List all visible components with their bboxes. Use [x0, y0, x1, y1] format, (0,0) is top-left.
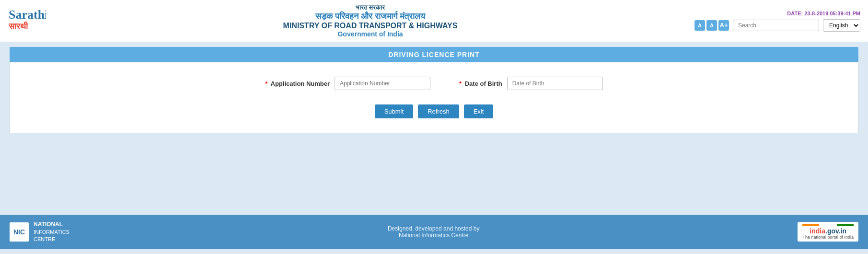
header-center: भारत सरकार सड़क परिवहन और राजमार्ग मंत्र… — [46, 4, 694, 38]
nic-logo-area: NIC NATIONAL INFORMATICS CENTRE — [10, 220, 69, 243]
sarathi-logo: Sarathi सारथी — [8, 7, 46, 35]
bharat-sarkar: भारत सरकार — [46, 4, 694, 12]
logo-area: Sarathi सारथी — [8, 7, 46, 35]
ministry-hindi: सड़क परिवहन और राजमार्ग मंत्रालय — [46, 12, 694, 22]
date-of-birth-group: * Date of Birth — [459, 77, 603, 90]
exit-button[interactable]: Exit — [464, 104, 494, 118]
page-title-bar: DRIVING LICENCE PRINT — [10, 47, 858, 62]
date-of-birth-label: * Date of Birth — [459, 80, 502, 87]
logo-title: Sarathi सारथी — [8, 22, 46, 37]
ministry-english: MINISTRY OF ROAD TRANSPORT & HIGHWAYS — [46, 22, 694, 30]
nic-line2: INFORMATICS — [34, 229, 69, 236]
site-footer: NIC NATIONAL INFORMATICS CENTRE Designed… — [0, 215, 868, 249]
language-select[interactable]: English — [823, 19, 860, 32]
designed-text: Designed, developed and hosted by — [388, 225, 479, 232]
font-large-button[interactable]: A+ — [718, 20, 729, 31]
outer-wrapper: DRIVING LICENCE PRINT * Application Numb… — [0, 42, 868, 205]
india-gov-sub: The national portal of India — [802, 235, 854, 240]
submit-button[interactable]: Submit — [375, 104, 413, 118]
nic-line3: CENTRE — [34, 236, 69, 243]
header-right: DATE: 23-8-2019 05:39:41 PM A A A+ Engli… — [694, 11, 860, 32]
flag-strip — [802, 224, 854, 226]
header-controls: A A A+ English — [694, 19, 860, 32]
application-number-group: * Application Number — [265, 77, 430, 90]
india-gov-badge: india.gov.in The national portal of Indi… — [798, 222, 858, 242]
nic-line1: NATIONAL — [34, 220, 69, 229]
button-row: Submit Refresh Exit — [20, 104, 848, 118]
date-display: DATE: 23-8-2019 05:39:41 PM — [787, 11, 860, 16]
required-star-1: * — [265, 80, 267, 87]
india-gov-area: india.gov.in The national portal of Indi… — [798, 222, 858, 242]
svg-text:Sarathi: Sarathi — [9, 8, 46, 22]
date-value: 23-8-2019 05:39:41 PM — [804, 11, 860, 16]
nic-logo-box: NIC — [10, 222, 29, 242]
font-medium-button[interactable]: A — [706, 20, 717, 31]
nic-credit: National Informatics Centre — [388, 232, 479, 239]
flag-orange — [802, 224, 819, 226]
font-small-button[interactable]: A — [694, 20, 705, 31]
india-gov-text: india.gov.in — [810, 227, 846, 235]
site-header: Sarathi सारथी भारत सरकार सड़क परिवहन और … — [0, 0, 868, 42]
font-size-controls: A A A+ — [694, 20, 729, 31]
page-title: DRIVING LICENCE PRINT — [388, 51, 480, 58]
application-number-label: * Application Number — [265, 80, 330, 87]
application-number-input[interactable] — [335, 77, 430, 90]
nic-text: NATIONAL INFORMATICS CENTRE — [34, 220, 69, 243]
refresh-button[interactable]: Refresh — [418, 104, 459, 118]
flag-green — [837, 224, 854, 226]
date-label: DATE: — [787, 11, 803, 16]
svg-text:सारथी: सारथी — [8, 21, 28, 31]
search-input[interactable] — [733, 20, 819, 31]
date-of-birth-input[interactable] — [507, 77, 603, 90]
footer-center-text: Designed, developed and hosted by Nation… — [388, 225, 479, 239]
flag-white — [819, 224, 837, 226]
main-content: * Application Number * Date of Birth Sub… — [10, 62, 858, 133]
gov-india: Government of India — [46, 30, 694, 38]
required-star-2: * — [459, 80, 462, 87]
form-row: * Application Number * Date of Birth — [20, 77, 848, 90]
nic-abbr: NIC — [13, 228, 25, 236]
